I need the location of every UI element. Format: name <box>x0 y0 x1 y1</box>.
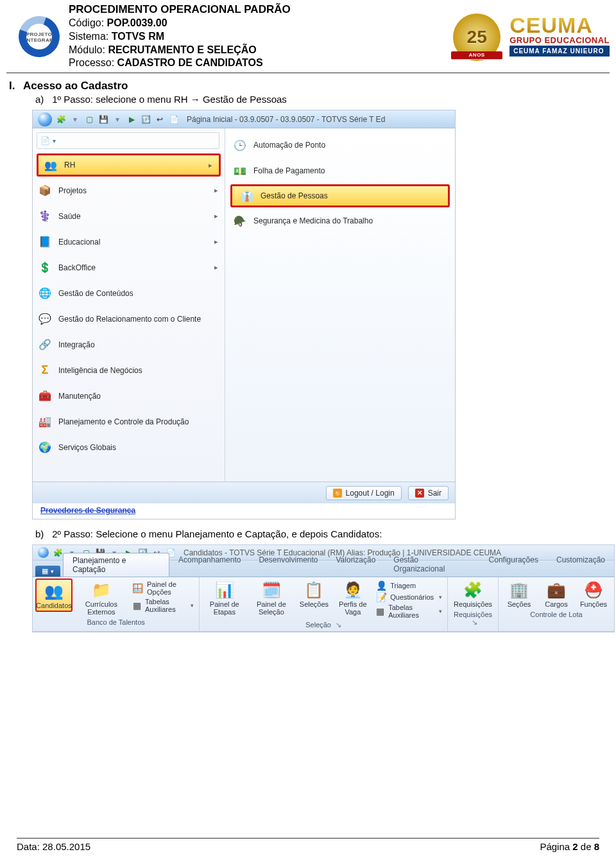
qat-icon-refresh[interactable]: 🔃 <box>141 114 151 125</box>
painel-etapas-label: Painel de Etapas <box>205 600 243 616</box>
btn-curriculos[interactable]: 📁 Currículos Externos <box>74 578 129 617</box>
left-menu-item[interactable]: Integração <box>33 331 225 357</box>
section-heading: I. Acesso ao Cadastro <box>0 80 616 92</box>
group-caption-selecao: Seleção ↘ <box>202 620 445 631</box>
btn-questionarios[interactable]: 📝 Questionários ▾ <box>373 591 445 603</box>
tab-strip: ▦ ▾ Planejamento e CaptaçãoAcompanhament… <box>33 561 614 577</box>
left-column: 📄 ▾ RH▸Projetos▸Saúde▸Educacional▸BackOf… <box>33 128 225 482</box>
menu-label: Projetos <box>58 186 208 195</box>
submenu-label: Gestão de Pessoas <box>261 191 328 200</box>
btn-triagem[interactable]: 👤 Triagem <box>373 580 445 591</box>
sair-button[interactable]: ✕ Sair <box>408 486 449 500</box>
header-divider <box>6 73 610 73</box>
btn-painel-opcoes[interactable]: 🪟 Painel de Opções <box>130 580 196 596</box>
submenu-label: Folha de Pagamento <box>253 166 325 175</box>
left-menu-item[interactable]: Educacional▸ <box>33 229 225 254</box>
btn-candidatos[interactable]: 👥 Candidatos <box>35 578 73 612</box>
perfis-label: Perfis de Vaga <box>336 600 369 616</box>
btn-secoes[interactable]: 🏢 Seções <box>501 578 537 609</box>
left-menu-item[interactable]: Planejamento e Controle da Produção <box>33 408 225 434</box>
qat-icon-play[interactable]: ▶ <box>126 114 137 125</box>
ceuma-sub: GRUPO EDUCACIONAL <box>509 36 610 44</box>
left-menu-item[interactable]: Manutenção <box>33 383 225 408</box>
triagem-icon: 👤 <box>376 580 386 591</box>
chevron-right-icon: ▸ <box>214 263 218 272</box>
btn-perfis-vaga[interactable]: 🧑‍💼 Perfis de Vaga <box>333 578 372 617</box>
dialog-launcher-icon[interactable]: ↘ <box>472 618 477 626</box>
btn-painel-selecao[interactable]: 🗓️ Painel de Seleção <box>248 578 295 617</box>
cargos-label: Cargos <box>545 600 567 608</box>
btn-cargos[interactable]: 💼 Cargos <box>538 578 574 609</box>
right-menu-item[interactable]: Gestão de Pessoas <box>230 184 450 207</box>
chevron-down-icon: ▾ <box>191 602 194 609</box>
questionarios-icon: 📝 <box>376 592 386 602</box>
left-menu-item[interactable]: Serviços Globais <box>33 434 225 460</box>
right-menu-item[interactable]: Segurança e Medicina do Trabalho <box>225 208 455 234</box>
doc-icon: 📄 <box>40 135 50 146</box>
logout-button[interactable]: ⎋ Logout / Login <box>326 486 402 500</box>
left-menu-item[interactable]: RH▸ <box>37 153 221 177</box>
qat-icon-copy[interactable]: 📄 <box>169 114 179 125</box>
tab[interactable]: Valorização <box>327 553 385 577</box>
menu-icon <box>38 235 52 249</box>
submenu-label: Segurança e Medicina do Trabalho <box>253 216 373 225</box>
left-menu-item[interactable]: Projetos▸ <box>33 177 225 203</box>
right-menu-item[interactable]: Automação de Ponto <box>225 132 455 158</box>
tab[interactable]: Desenvolvimento <box>250 553 327 577</box>
qat-icon-1[interactable]: 🧩 <box>56 114 66 125</box>
menu-icon <box>44 158 58 172</box>
ceuma-logo: CEUMA GRUPO EDUCACIONAL CEUMA FAMAZ UNIE… <box>509 16 610 57</box>
tab[interactable]: Acompanhamento <box>169 553 250 577</box>
group-requisicoes: 🧩 Requisições Requisições ↘ <box>448 577 499 631</box>
qat2-icon-1[interactable]: 🧩 <box>53 548 63 558</box>
btn-tabelas-aux-2[interactable]: ▦ Tabelas Auxiliares ▾ <box>373 603 445 620</box>
left-menu-item[interactable]: BackOffice▸ <box>33 254 225 280</box>
left-menu-item[interactable]: Saúde▸ <box>33 203 225 229</box>
tab[interactable]: Customização <box>547 553 614 577</box>
context-pill[interactable]: ▦ ▾ <box>35 566 60 577</box>
sair-label: Sair <box>428 489 441 498</box>
badge-25: 25 ANOS <box>448 11 506 62</box>
menu-label: Integração <box>58 340 218 349</box>
menu-icon <box>38 338 52 352</box>
left-menu-item[interactable]: Gestão do Relacionamento com o Cliente <box>33 306 225 331</box>
qat-icon-undo[interactable]: ↩ <box>155 114 165 125</box>
btn-requisicoes[interactable]: 🧩 Requisições <box>450 578 495 609</box>
qat-icon-new[interactable]: ▢ <box>84 114 94 125</box>
menu-icon <box>38 209 52 223</box>
left-menu-item[interactable]: Inteligência de Negócios <box>33 357 225 383</box>
left-head[interactable]: 📄 ▾ <box>37 132 219 149</box>
shot1-title: Página Inicial - 03.9.0507 - 03.9.0507 -… <box>187 115 385 124</box>
footer-data-label: Data: <box>17 841 40 852</box>
doc-footer: Data: 28.05.2015 Página 2 de 8 <box>0 838 616 852</box>
tab[interactable]: Planejamento e Captação <box>63 553 169 577</box>
meta-codigo: Código: POP.0039.00 <box>69 17 443 30</box>
dialog-launcher-icon[interactable]: ↘ <box>336 621 341 629</box>
btn-funcoes[interactable]: ⛑️ Funções <box>576 578 612 609</box>
provedores-link[interactable]: Provedores de Segurança <box>40 506 135 515</box>
group-selecao: 📊 Painel de Etapas 🗓️ Painel de Seleção … <box>200 577 448 631</box>
menu-icon <box>38 261 52 275</box>
logout-label: Logout / Login <box>346 489 395 498</box>
tabelas-aux2-icon: ▦ <box>376 606 384 616</box>
tabelas-aux-icon: ▦ <box>133 600 141 611</box>
tab[interactable]: Configurações <box>480 553 547 577</box>
group-controle-lota: 🏢 Seções 💼 Cargos ⛑️ Funções Controle de… <box>499 577 614 631</box>
menu-label: RH <box>64 161 202 170</box>
painel-selecao-icon: 🗓️ <box>261 580 282 600</box>
btn-selecoes[interactable]: 📋 Seleções <box>296 578 332 609</box>
meta-sistema: Sistema: TOTVS RM <box>69 30 443 44</box>
menu-label: Planejamento e Controle da Produção <box>58 417 218 426</box>
right-menu-item[interactable]: Folha de Pagamento <box>225 158 455 184</box>
qat-icon-save[interactable]: 💾 <box>98 114 108 125</box>
tab[interactable]: Gestão Organizacional <box>384 553 479 577</box>
section-title: Acesso ao Cadastro <box>23 80 128 92</box>
left-menu-item[interactable]: Gestão de Conteúdos <box>33 280 225 306</box>
group-caption-banco: Banco de Talentos <box>35 617 196 628</box>
menu-icon <box>38 312 52 326</box>
chevron-right-icon: ▸ <box>214 212 218 220</box>
orb-icon-2[interactable] <box>38 547 49 558</box>
btn-tabelas-aux-1[interactable]: ▦ Tabelas Auxiliares ▾ <box>130 597 196 614</box>
btn-painel-etapas[interactable]: 📊 Painel de Etapas <box>202 578 246 617</box>
orb-icon[interactable] <box>38 112 52 126</box>
